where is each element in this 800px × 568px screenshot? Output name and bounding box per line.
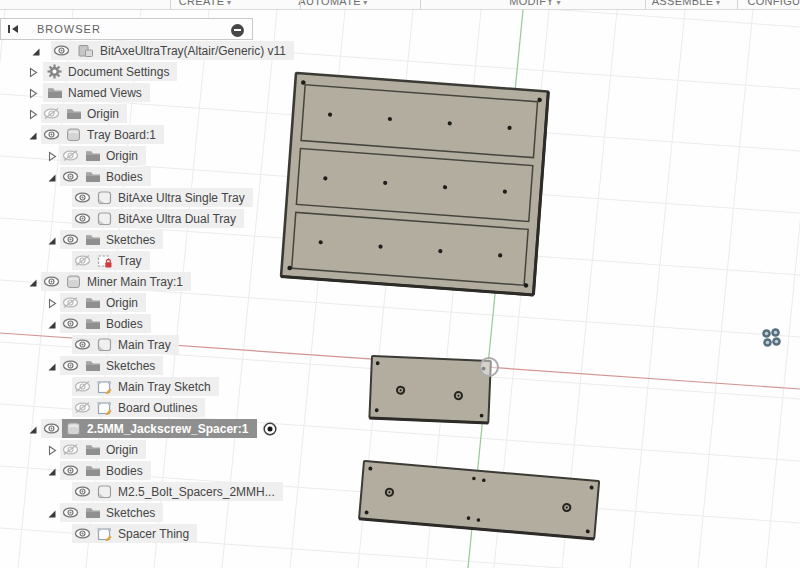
menu-automate[interactable]: AUTOMATE (298, 0, 367, 7)
eye-visible-icon[interactable] (41, 272, 62, 291)
row-strip: Origin (60, 146, 146, 165)
tree-row-origin[interactable]: Origin (0, 292, 270, 313)
sketch-icon (93, 398, 116, 417)
expanded-arrow-icon[interactable] (45, 317, 58, 330)
eye-visible-icon[interactable] (72, 188, 93, 207)
tray-board-model[interactable] (281, 73, 548, 295)
tree-row-main-tray[interactable]: Main Tray (0, 334, 270, 355)
browser-minimize-button[interactable] (231, 24, 244, 37)
eye-visible-icon[interactable] (72, 524, 93, 543)
tree-row-label: Bodies (104, 317, 151, 331)
collapsed-arrow-icon[interactable] (45, 149, 58, 162)
eye-hidden-icon[interactable] (60, 146, 81, 165)
eye-visible-icon[interactable] (60, 461, 81, 480)
eye-hidden-icon[interactable] (72, 398, 93, 417)
eye-visible-icon[interactable] (41, 419, 62, 438)
spacer-model[interactable] (359, 461, 599, 539)
expanded-arrow-icon[interactable] (26, 275, 39, 288)
expanded-arrow-icon[interactable] (45, 170, 58, 183)
collapsed-arrow-icon[interactable] (45, 296, 58, 309)
dot-cluster-icon[interactable] (762, 328, 781, 347)
menu-divider (170, 0, 171, 9)
body-icon (93, 209, 116, 228)
tree-row-board-outlines[interactable]: Board Outlines (0, 397, 270, 418)
tree-row-document-settings[interactable]: Document Settings (0, 61, 270, 82)
tree-row-sketches[interactable]: Sketches (0, 355, 270, 376)
tree-row-label: Origin (104, 296, 146, 310)
selected-row-strip: 2.5MM_Jackscrew_Spacer:1 (62, 419, 257, 438)
expanded-arrow-icon[interactable] (45, 359, 58, 372)
eye-visible-icon[interactable] (51, 41, 72, 60)
menu-divider (300, 0, 301, 9)
eye-visible-icon[interactable] (72, 209, 93, 228)
row-strip: Spacer Thing (72, 524, 197, 543)
tree-row-bitaxe-ultra-single-tray[interactable]: BitAxe Ultra Single Tray (0, 187, 270, 208)
expanded-arrow-icon[interactable] (45, 233, 58, 246)
tree-row-named-views[interactable]: Named Views (0, 82, 270, 103)
eye-visible-icon[interactable] (60, 230, 81, 249)
expanded-arrow-icon[interactable] (26, 422, 39, 435)
expanded-arrow-icon[interactable] (45, 506, 58, 519)
menu-configur[interactable]: CONFIGUR (747, 0, 800, 7)
eye-hidden-icon[interactable] (60, 293, 81, 312)
row-strip: Board Outlines (72, 398, 205, 417)
eye-visible-icon[interactable] (60, 167, 81, 186)
component-icon (62, 419, 85, 438)
tree-row-origin[interactable]: Origin (0, 439, 270, 460)
tree-row-label: Named Views (66, 86, 150, 100)
eye-visible-icon[interactable] (60, 503, 81, 522)
eye-visible-icon[interactable] (60, 356, 81, 375)
menu-assemble[interactable]: ASSEMBLE (652, 0, 721, 7)
tree-row-sketches[interactable]: Sketches (0, 502, 270, 523)
expanded-arrow-icon[interactable] (45, 464, 58, 477)
tree-row-bodies[interactable]: Bodies (0, 460, 270, 481)
eye-visible-icon[interactable] (41, 125, 62, 144)
tree-row-tray-board-1[interactable]: Tray Board:1 (0, 124, 270, 145)
tree-row-label: Origin (85, 107, 127, 121)
tree-row-2-5mm-jackscrew-spacer-1[interactable]: 2.5MM_Jackscrew_Spacer:1 (0, 418, 270, 439)
row-strip: Document Settings (43, 62, 177, 81)
collapsed-arrow-icon[interactable] (26, 86, 39, 99)
eye-visible-icon[interactable] (60, 314, 81, 333)
eye-hidden-icon[interactable] (72, 377, 93, 396)
activate-component-radio[interactable] (262, 421, 277, 436)
menu-divider (737, 0, 738, 9)
tree-row-bodies[interactable]: Bodies (0, 313, 270, 334)
tree-row-sketches[interactable]: Sketches (0, 229, 270, 250)
tree-row-miner-main-tray-1[interactable]: Miner Main Tray:1 (0, 271, 270, 292)
row-strip: Tray Board:1 (41, 125, 164, 144)
tree-row-tray[interactable]: Tray (0, 250, 270, 271)
folder-icon (81, 167, 104, 186)
collapsed-arrow-icon[interactable] (26, 107, 39, 120)
tree-row-label: M2.5_Bolt_Spacers_2MMH... (116, 485, 283, 499)
eye-visible-icon[interactable] (72, 482, 93, 501)
origin-indicator[interactable] (480, 358, 498, 376)
main-tray-model[interactable] (369, 356, 490, 423)
menu-modify[interactable]: MODIFY (509, 0, 560, 7)
eye-hidden-icon[interactable] (72, 251, 93, 270)
doc-icon (72, 41, 98, 60)
menu-divider (420, 0, 421, 9)
collapsed-arrow-icon[interactable] (26, 65, 39, 78)
tree-row-bitaxeultratray-altair-generic-v11[interactable]: BitAxeUltraTray(Altair/Generic) v11 (0, 40, 270, 61)
tree-row-main-tray-sketch[interactable]: Main Tray Sketch (0, 376, 270, 397)
tree-row-spacer-thing[interactable]: Spacer Thing (0, 523, 270, 544)
collapsed-arrow-icon[interactable] (45, 443, 58, 456)
tree-row-origin[interactable]: Origin (0, 103, 270, 124)
tree-row-m2-5-bolt-spacers-2mmh[interactable]: M2.5_Bolt_Spacers_2MMH... (0, 481, 270, 502)
row-strip: Bodies (60, 314, 151, 333)
eye-visible-icon[interactable] (72, 335, 93, 354)
row-strip: Origin (60, 440, 146, 459)
tree-row-bodies[interactable]: Bodies (0, 166, 270, 187)
tree-row-bitaxe-ultra-dual-tray[interactable]: BitAxe Ultra Dual Tray (0, 208, 270, 229)
panel-collapse-icon[interactable] (8, 24, 20, 34)
tree-row-origin[interactable]: Origin (0, 145, 270, 166)
menu-create[interactable]: CREATE (179, 0, 231, 7)
expanded-arrow-icon[interactable] (29, 44, 42, 57)
tree-row-label: Sketches (104, 359, 163, 373)
eye-hidden-icon[interactable] (60, 440, 81, 459)
eye-hidden-icon[interactable] (41, 104, 62, 123)
gear-icon (43, 62, 66, 81)
expanded-arrow-icon[interactable] (26, 128, 39, 141)
sketch-icon (93, 524, 116, 543)
